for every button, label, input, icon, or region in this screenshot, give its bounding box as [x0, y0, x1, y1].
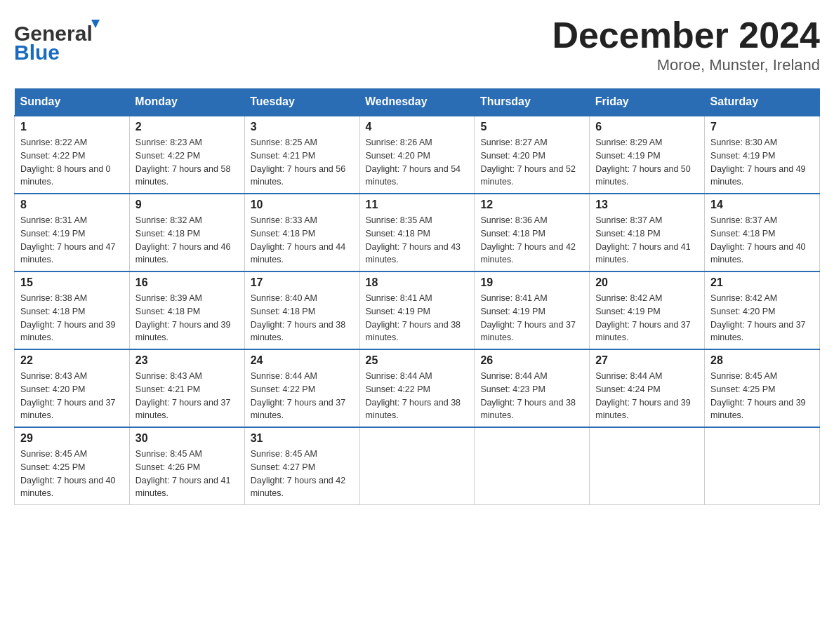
day-number: 12: [480, 199, 583, 211]
day-info: Sunrise: 8:36 AMSunset: 4:18 PMDaylight:…: [480, 214, 583, 267]
calendar-cell: 27 Sunrise: 8:44 AMSunset: 4:24 PMDaylig…: [590, 349, 705, 427]
calendar-cell: 6 Sunrise: 8:29 AMSunset: 4:19 PMDayligh…: [590, 116, 705, 194]
svg-marker-1: [91, 20, 100, 28]
header-monday: Monday: [129, 88, 244, 116]
day-info: Sunrise: 8:43 AMSunset: 4:21 PMDaylight:…: [135, 370, 239, 422]
day-info: Sunrise: 8:42 AMSunset: 4:20 PMDaylight:…: [710, 292, 814, 344]
day-number: 4: [366, 121, 469, 133]
calendar-cell: 11 Sunrise: 8:35 AMSunset: 4:18 PMDaylig…: [359, 194, 475, 271]
day-number: 3: [251, 121, 354, 133]
day-info: Sunrise: 8:45 AMSunset: 4:27 PMDaylight:…: [251, 448, 354, 500]
day-number: 24: [251, 354, 354, 367]
page-header: General Blue December 2024 Moroe, Munste…: [14, 14, 820, 74]
day-number: 8: [20, 199, 124, 211]
day-number: 21: [710, 276, 814, 289]
calendar-cell: 23 Sunrise: 8:43 AMSunset: 4:21 PMDaylig…: [129, 349, 244, 427]
calendar-table: Sunday Monday Tuesday Wednesday Thursday…: [14, 88, 820, 505]
calendar-cell: 24 Sunrise: 8:44 AMSunset: 4:22 PMDaylig…: [244, 349, 359, 427]
day-info: Sunrise: 8:27 AMSunset: 4:20 PMDaylight:…: [480, 136, 583, 189]
day-info: Sunrise: 8:23 AMSunset: 4:22 PMDaylight:…: [135, 136, 239, 189]
day-info: Sunrise: 8:44 AMSunset: 4:22 PMDaylight:…: [251, 370, 354, 422]
day-info: Sunrise: 8:31 AMSunset: 4:19 PMDaylight:…: [20, 214, 124, 267]
day-number: 31: [251, 432, 354, 445]
calendar-cell: 10 Sunrise: 8:33 AMSunset: 4:18 PMDaylig…: [244, 194, 359, 271]
calendar-cell: 13 Sunrise: 8:37 AMSunset: 4:18 PMDaylig…: [590, 194, 705, 271]
day-info: Sunrise: 8:32 AMSunset: 4:18 PMDaylight:…: [135, 214, 239, 267]
calendar-cell: [590, 427, 705, 505]
calendar-cell: [475, 427, 590, 505]
day-number: 7: [710, 121, 814, 133]
day-number: 6: [595, 121, 699, 133]
week-row-3: 15 Sunrise: 8:38 AMSunset: 4:18 PMDaylig…: [15, 271, 820, 349]
calendar-cell: 31 Sunrise: 8:45 AMSunset: 4:27 PMDaylig…: [244, 427, 359, 505]
day-info: Sunrise: 8:43 AMSunset: 4:20 PMDaylight:…: [20, 370, 124, 422]
day-number: 27: [595, 354, 699, 367]
day-info: Sunrise: 8:44 AMSunset: 4:23 PMDaylight:…: [480, 370, 583, 422]
day-number: 19: [480, 276, 583, 289]
week-row-5: 29 Sunrise: 8:45 AMSunset: 4:25 PMDaylig…: [15, 427, 820, 505]
day-info: Sunrise: 8:45 AMSunset: 4:26 PMDaylight:…: [135, 448, 239, 500]
calendar-cell: 12 Sunrise: 8:36 AMSunset: 4:18 PMDaylig…: [475, 194, 590, 271]
calendar-cell: 29 Sunrise: 8:45 AMSunset: 4:25 PMDaylig…: [15, 427, 130, 505]
day-number: 30: [135, 432, 239, 445]
day-info: Sunrise: 8:30 AMSunset: 4:19 PMDaylight:…: [710, 136, 814, 189]
day-info: Sunrise: 8:45 AMSunset: 4:25 PMDaylight:…: [710, 370, 814, 422]
day-number: 2: [135, 121, 239, 133]
calendar-cell: 2 Sunrise: 8:23 AMSunset: 4:22 PMDayligh…: [129, 116, 244, 194]
svg-text:Blue: Blue: [14, 41, 60, 63]
day-info: Sunrise: 8:37 AMSunset: 4:18 PMDaylight:…: [595, 214, 699, 267]
day-info: Sunrise: 8:38 AMSunset: 4:18 PMDaylight:…: [20, 292, 124, 344]
day-number: 13: [595, 199, 699, 211]
day-info: Sunrise: 8:45 AMSunset: 4:25 PMDaylight:…: [20, 448, 124, 500]
calendar-cell: 8 Sunrise: 8:31 AMSunset: 4:19 PMDayligh…: [15, 194, 130, 271]
day-info: Sunrise: 8:41 AMSunset: 4:19 PMDaylight:…: [366, 292, 469, 344]
calendar-cell: 28 Sunrise: 8:45 AMSunset: 4:25 PMDaylig…: [705, 349, 820, 427]
day-number: 29: [20, 432, 124, 445]
day-number: 20: [595, 276, 699, 289]
day-number: 18: [366, 276, 469, 289]
title-area: December 2024 Moroe, Munster, Ireland: [552, 14, 820, 74]
day-header-row: Sunday Monday Tuesday Wednesday Thursday…: [15, 88, 820, 116]
day-number: 11: [366, 199, 469, 211]
day-number: 10: [251, 199, 354, 211]
day-number: 25: [366, 354, 469, 367]
day-info: Sunrise: 8:22 AMSunset: 4:22 PMDaylight:…: [20, 136, 124, 189]
day-info: Sunrise: 8:25 AMSunset: 4:21 PMDaylight:…: [251, 136, 354, 189]
day-info: Sunrise: 8:29 AMSunset: 4:19 PMDaylight:…: [595, 136, 699, 189]
calendar-cell: 7 Sunrise: 8:30 AMSunset: 4:19 PMDayligh…: [705, 116, 820, 194]
day-number: 5: [480, 121, 583, 133]
calendar-cell: 26 Sunrise: 8:44 AMSunset: 4:23 PMDaylig…: [475, 349, 590, 427]
calendar-cell: 22 Sunrise: 8:43 AMSunset: 4:20 PMDaylig…: [15, 349, 130, 427]
week-row-4: 22 Sunrise: 8:43 AMSunset: 4:20 PMDaylig…: [15, 349, 820, 427]
day-info: Sunrise: 8:33 AMSunset: 4:18 PMDaylight:…: [251, 214, 354, 267]
calendar-cell: 16 Sunrise: 8:39 AMSunset: 4:18 PMDaylig…: [129, 271, 244, 349]
week-row-1: 1 Sunrise: 8:22 AMSunset: 4:22 PMDayligh…: [15, 116, 820, 194]
month-title: December 2024: [552, 14, 820, 56]
day-number: 15: [20, 276, 124, 289]
day-number: 26: [480, 354, 583, 367]
calendar-cell: [705, 427, 820, 505]
calendar-cell: 30 Sunrise: 8:45 AMSunset: 4:26 PMDaylig…: [129, 427, 244, 505]
day-number: 9: [135, 199, 239, 211]
day-number: 14: [710, 199, 814, 211]
header-tuesday: Tuesday: [244, 88, 359, 116]
header-friday: Friday: [590, 88, 705, 116]
day-info: Sunrise: 8:35 AMSunset: 4:18 PMDaylight:…: [366, 214, 469, 267]
day-info: Sunrise: 8:40 AMSunset: 4:18 PMDaylight:…: [251, 292, 354, 344]
day-info: Sunrise: 8:26 AMSunset: 4:20 PMDaylight:…: [366, 136, 469, 189]
header-wednesday: Wednesday: [359, 88, 475, 116]
calendar-cell: 3 Sunrise: 8:25 AMSunset: 4:21 PMDayligh…: [244, 116, 359, 194]
calendar-cell: 9 Sunrise: 8:32 AMSunset: 4:18 PMDayligh…: [129, 194, 244, 271]
header-saturday: Saturday: [705, 88, 820, 116]
calendar-cell: [359, 427, 475, 505]
day-number: 17: [251, 276, 354, 289]
calendar-cell: 4 Sunrise: 8:26 AMSunset: 4:20 PMDayligh…: [359, 116, 475, 194]
day-info: Sunrise: 8:37 AMSunset: 4:18 PMDaylight:…: [710, 214, 814, 267]
day-number: 16: [135, 276, 239, 289]
day-info: Sunrise: 8:44 AMSunset: 4:24 PMDaylight:…: [595, 370, 699, 422]
day-info: Sunrise: 8:39 AMSunset: 4:18 PMDaylight:…: [135, 292, 239, 344]
day-info: Sunrise: 8:41 AMSunset: 4:19 PMDaylight:…: [480, 292, 583, 344]
location: Moroe, Munster, Ireland: [552, 56, 820, 74]
logo-svg: General Blue: [14, 14, 105, 63]
calendar-cell: 5 Sunrise: 8:27 AMSunset: 4:20 PMDayligh…: [475, 116, 590, 194]
